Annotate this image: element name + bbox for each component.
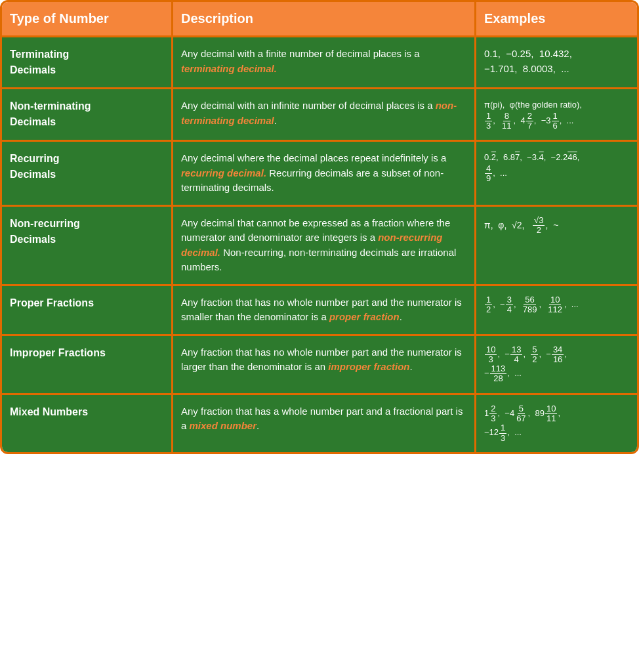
type-improper: Improper Fractions bbox=[2, 336, 173, 393]
highlight-proper: proper fraction bbox=[329, 311, 400, 322]
desc-terminating: Any decimal with a finite number of deci… bbox=[173, 37, 476, 87]
table-body: TerminatingDecimals Any decimal with a f… bbox=[2, 37, 637, 452]
examples-terminating: 0.1, −0.25, 10.432, −1.701, 8.0003, ... bbox=[476, 37, 637, 87]
desc-improper: Any fraction that has no whole number pa… bbox=[173, 336, 476, 393]
type-mixed: Mixed Numbers bbox=[2, 395, 173, 452]
header-examples: Examples bbox=[476, 2, 637, 35]
examples-improper: 103, −134, 52, −3416, −11328, ... bbox=[476, 336, 637, 393]
table-row: Non-recurringDecimals Any decimal that c… bbox=[2, 207, 637, 286]
highlight-non-recurring: non-recurring decimal. bbox=[181, 232, 443, 258]
highlight-mixed: mixed number bbox=[190, 420, 257, 431]
type-non-recurring: Non-recurringDecimals bbox=[2, 207, 173, 284]
type-terminating: TerminatingDecimals bbox=[2, 37, 173, 87]
type-non-terminating: Non-terminatingDecimals bbox=[2, 89, 173, 140]
highlight-non-terminating: non-terminating decimal bbox=[181, 100, 457, 126]
desc-proper: Any fraction that has no whole number pa… bbox=[173, 286, 476, 334]
table-header: Type of Number Description Examples bbox=[2, 2, 637, 37]
examples-proper: 12, −34, 56789, 10112, ... bbox=[476, 286, 637, 334]
table-row: RecurringDecimals Any decimal where the … bbox=[2, 142, 637, 207]
examples-recurring: 0.2, 6.87, −3.4, −2.246, 49, ... bbox=[476, 142, 637, 205]
desc-non-recurring: Any decimal that cannot be expressed as … bbox=[173, 207, 476, 284]
table-row: TerminatingDecimals Any decimal with a f… bbox=[2, 37, 637, 89]
table-row: Improper Fractions Any fraction that has… bbox=[2, 336, 637, 395]
header-description: Description bbox=[173, 2, 476, 35]
header-type: Type of Number bbox=[2, 2, 173, 35]
type-recurring: RecurringDecimals bbox=[2, 142, 173, 205]
type-proper: Proper Fractions bbox=[2, 286, 173, 334]
table-row: Proper Fractions Any fraction that has n… bbox=[2, 286, 637, 336]
main-table: Type of Number Description Examples Term… bbox=[0, 0, 639, 454]
highlight-recurring: recurring decimal. bbox=[181, 167, 266, 178]
desc-mixed: Any fraction that has a whole number par… bbox=[173, 395, 476, 452]
examples-non-recurring: π, φ, √2, √32, ~ bbox=[476, 207, 637, 284]
highlight-terminating: terminating decimal. bbox=[181, 63, 277, 74]
examples-non-terminating: π(pi), φ(the golden ratio), 13, 811, 427… bbox=[476, 89, 637, 140]
examples-mixed: 123, −4567, 891011, −1213, ... bbox=[476, 395, 637, 452]
table-row: Non-terminatingDecimals Any decimal with… bbox=[2, 89, 637, 142]
desc-non-terminating: Any decimal with an infinite number of d… bbox=[173, 89, 476, 140]
highlight-improper: improper fraction bbox=[328, 361, 409, 372]
table-row: Mixed Numbers Any fraction that has a wh… bbox=[2, 395, 637, 452]
desc-recurring: Any decimal where the decimal places rep… bbox=[173, 142, 476, 205]
